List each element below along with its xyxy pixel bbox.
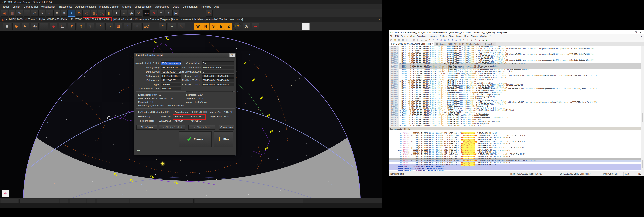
drop-icon[interactable]: ● [120, 10, 127, 17]
tab-close-icon[interactable]: ✕ [432, 43, 433, 45]
sky-window-close-icon[interactable]: x [379, 18, 380, 21]
sync-v-icon[interactable]: ⇅ [451, 38, 454, 42]
function-list-icon[interactable]: ƒ [470, 38, 473, 42]
notepad-menu-item[interactable]: Tools [449, 35, 454, 37]
camera-1-icon[interactable]: ◎ 1 [83, 10, 90, 17]
search-scrollbar-thumb[interactable] [642, 160, 644, 168]
open-folder-icon[interactable]: ▥ [394, 38, 397, 42]
indent-guide-icon[interactable]: ∥ [466, 38, 470, 42]
white-swatch-button[interactable] [302, 22, 310, 30]
copy-name-button[interactable]: Copier Nom [218, 125, 234, 130]
rotate-circle-icon[interactable]: ↻ [159, 22, 167, 30]
red-refresh-icon[interactable]: ↻ [150, 10, 157, 17]
field-value[interactable]: +22°23'46.28" [160, 78, 181, 82]
tab-close-icon[interactable]: ✕ [480, 43, 482, 45]
dots-chart-icon[interactable]: ∴ [124, 22, 132, 30]
exit-arrow-icon[interactable]: ⇥ [252, 22, 259, 30]
stop-macro-icon[interactable]: ■ [482, 38, 485, 42]
prism-menu-item[interactable]: Spectrographie [134, 5, 152, 8]
compass-zenith-button[interactable]: Z [225, 22, 232, 30]
redo-icon[interactable]: ↷ [38, 10, 45, 17]
doc-close-icon[interactable]: ✕ [641, 35, 644, 37]
notepad-menu-item[interactable]: File [390, 35, 393, 37]
field-value[interactable]: +22°26'36.02" [160, 70, 181, 73]
notepad-menu-item[interactable]: ? [490, 35, 491, 37]
field-value[interactable]: 16h44m51s / 16h44m51s [202, 83, 234, 86]
wrench-icon[interactable]: ⚒ [135, 10, 142, 17]
prism-menu-item[interactable]: Addition-Recalage [75, 5, 96, 8]
minimize-icon[interactable]: — [630, 31, 632, 34]
camera-2-icon[interactable]: ◎ 2 [90, 10, 98, 17]
field-value[interactable]: 140 Volume Nord [202, 66, 234, 69]
frame-icon[interactable]: ▣ [172, 10, 179, 17]
battery-icon[interactable]: ▮ [106, 10, 112, 17]
notepad-menu-item[interactable]: Window [480, 35, 487, 37]
prism-menu-item[interactable]: Aide [214, 5, 219, 8]
image-edit-icon[interactable]: ✎ [16, 10, 23, 17]
binoculars-icon[interactable]: ∞ [40, 22, 48, 30]
warning-icon[interactable]: ⚠ [2, 190, 9, 197]
field-value[interactable]: Comète [160, 83, 181, 86]
close-icon[interactable]: ✕ [640, 31, 642, 34]
compass-north-button[interactable]: N [202, 22, 210, 30]
record-macro-icon[interactable]: ● [478, 38, 481, 42]
zoom-out-icon[interactable]: ⊖ [53, 10, 60, 17]
close-all-icon[interactable]: ✕ [409, 38, 412, 42]
save-all-icon[interactable]: ▩ [401, 38, 404, 42]
prism-menu-item[interactable]: Configuration [182, 5, 198, 8]
search-panel-scrollbar[interactable] [641, 127, 644, 171]
compass-south-button[interactable]: S [210, 22, 217, 30]
search-results-panel[interactable]: Line 2028916: [22296]: TU 2023-09-08 00h… [389, 130, 642, 171]
notepad-menu-item[interactable]: View [410, 35, 414, 37]
redo-icon[interactable]: ↷ [432, 38, 435, 42]
notepad-menu-item[interactable]: Plugins [470, 35, 477, 37]
close-dialog-button[interactable]: ✔ Fermer [179, 131, 212, 147]
info-icon[interactable]: ℹ [24, 10, 30, 17]
field-value[interactable]: 00h45m09s / 00h45m09s [202, 74, 234, 78]
notepad-menu-item[interactable]: Encoding [417, 35, 426, 37]
field-value[interactable]: 9P/Schwassmann-W... [160, 61, 181, 65]
field-value[interactable]: 31°44'09" [160, 87, 181, 90]
compress-star2-icon[interactable]: ✳ [133, 22, 141, 30]
prism-menu-item[interactable]: Fenêtres [201, 5, 211, 8]
search-result-line[interactable]: Line 2028916: [22296]: TU 2023-09-08 00h… [389, 130, 642, 132]
plus-button[interactable]: ⬇ Plus [214, 131, 233, 147]
field-value[interactable]: 08h45m00s / 08h45m00s [202, 78, 234, 82]
calib-icon[interactable]: CALIB [143, 10, 150, 17]
editor-scrollbar-thumb[interactable] [642, 113, 644, 122]
search-results-header[interactable]: Search results - (36 hits) [389, 127, 644, 131]
insert-mode[interactable]: INS [636, 172, 644, 176]
observer-icon[interactable]: ♟ [113, 10, 120, 17]
compress-star-icon[interactable]: ✳ [86, 22, 94, 30]
play-macro-icon[interactable]: ▶ [485, 38, 489, 42]
universal-time-button[interactable]: UT [234, 22, 241, 30]
sync-h-icon[interactable]: ⇄ [454, 38, 458, 42]
new-file-icon[interactable]: ▢ [390, 38, 393, 42]
doc-map-icon[interactable]: ▯ [474, 38, 477, 42]
zoom-out-icon[interactable]: ⊖ [447, 38, 450, 42]
save-icon[interactable]: ▦ [9, 10, 16, 17]
editor-scrollbar[interactable] [641, 46, 644, 127]
field-value[interactable]: 6 [202, 70, 234, 73]
pointer-grid-icon[interactable]: ⌖ [168, 22, 176, 30]
hand-icon[interactable]: ☛ [22, 22, 30, 30]
word-wrap-icon[interactable]: ¶ [458, 38, 462, 42]
camera-3-icon[interactable]: ◎ 3 [98, 10, 105, 17]
curve-icon[interactable]: ◠ [158, 10, 164, 17]
prism-menu-item[interactable]: Fichier [2, 5, 9, 8]
prism-menu-item[interactable]: Outils [173, 5, 179, 8]
paste-icon[interactable]: ▭ [424, 38, 428, 42]
clock-icon[interactable]: ◷ [242, 22, 250, 30]
prism-menu-item[interactable]: Edition [13, 5, 20, 8]
prism-menu-item[interactable]: Carte du ciel [24, 5, 38, 8]
prism-menu-item[interactable]: Traitements [59, 5, 72, 8]
rotate-ccw-icon[interactable]: ↺ [96, 22, 104, 30]
field-value[interactable]: 08h15m49.831s [160, 66, 181, 69]
replace-icon[interactable]: ⊙ [439, 38, 443, 42]
document-tab[interactable]: ▤ UTC_2023-09-07-18h59m07s_LogFile.log ✕ [389, 42, 434, 46]
zoom-in-icon[interactable]: ⊕ [61, 10, 68, 17]
notepad-menu-item[interactable]: Run [464, 35, 468, 37]
tab-close-icon[interactable]: ✕ [493, 43, 495, 45]
dialog-close-button[interactable]: X [230, 53, 235, 57]
dialog-titlebar[interactable]: Identification d'un objet [134, 53, 236, 58]
